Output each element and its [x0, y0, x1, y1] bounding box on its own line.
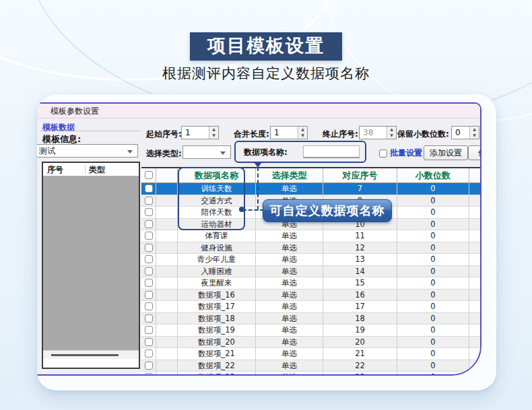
table-row[interactable]: 体育课单选110 [141, 230, 481, 242]
decimals-cell: 0 [397, 289, 469, 301]
select-type-label: 选择类型: [146, 148, 182, 160]
table-row[interactable]: 夜里醒来单选150 [141, 277, 481, 289]
row-checkbox[interactable] [145, 314, 153, 322]
group-label: 模板数据 [42, 122, 75, 133]
table-row[interactable]: 数据项_23单选230 [141, 372, 481, 376]
modify-button[interactable]: 修改 [468, 145, 481, 160]
header-separator [85, 164, 86, 174]
spinner-arrows-icon[interactable]: ▲▼ [298, 127, 307, 139]
decimal-places-stepper[interactable]: 0 ▲▼ [451, 126, 479, 139]
table-row[interactable]: 青少年儿童单选130 [141, 254, 481, 266]
table-row[interactable]: 健身设施单选120 [141, 242, 481, 254]
serial-cell: 12 [323, 242, 397, 254]
merge-length-label: 合并长度: [234, 129, 269, 140]
item-name-cell: 体育课 [178, 230, 256, 242]
end-serial-label: 终止序号: [323, 129, 358, 140]
row-checkbox[interactable] [145, 373, 153, 376]
table-row[interactable]: 数据项_20单选200 [141, 337, 481, 349]
clipped-cell [469, 219, 481, 230]
select-type-cell: 单选 [256, 242, 323, 254]
header-serial[interactable]: 对应序号 [323, 168, 397, 182]
item-name-cell: 健身设施 [178, 242, 256, 254]
table-row[interactable]: 训练天数单选70 [141, 183, 481, 195]
row-checkbox[interactable] [145, 362, 153, 370]
row-checkbox[interactable] [145, 338, 153, 346]
item-name-input[interactable] [303, 145, 360, 158]
row-handle-cell [156, 183, 178, 195]
template-item-list[interactable]: 序号 类型 [42, 162, 140, 369]
select-type-dropdown[interactable] [182, 145, 231, 159]
row-checkbox[interactable] [145, 302, 153, 310]
decimals-cell: 0 [397, 195, 469, 207]
decimals-cell: 0 [397, 183, 469, 195]
select-type-cell: 单选 [256, 183, 323, 195]
row-checkbox[interactable] [145, 291, 153, 299]
template-list-body[interactable] [43, 176, 139, 350]
item-name-cell: 数据项_22 [178, 360, 256, 372]
item-name-cell: 入睡困难 [178, 266, 256, 277]
batch-setting-checkbox[interactable]: 批量设置 [379, 147, 422, 159]
table-row[interactable]: 数据项_19单选190 [141, 324, 481, 337]
item-name-cell: 青少年儿童 [178, 254, 256, 265]
header-decimals[interactable]: 小数位数 [397, 168, 469, 182]
data-item-table: 数据项名称 选择类型 对应序号 小数位数 训练天数单选70交通方式单选80陪伴天… [141, 167, 481, 376]
clipped-cell [469, 337, 481, 348]
table-row[interactable]: 数据项_18单选180 [141, 313, 481, 325]
row-checkbox[interactable] [145, 244, 153, 252]
header-rowhandle-cell [156, 168, 178, 182]
row-checkbox[interactable] [145, 326, 153, 334]
start-serial-stepper[interactable]: 1 ▲▼ [181, 126, 219, 139]
batch-setting-label: 批量设置 [390, 147, 422, 159]
add-setting-button[interactable]: 添加设置 [424, 145, 468, 160]
clipped-cell [469, 289, 481, 301]
row-checkbox[interactable] [145, 220, 153, 228]
start-serial-value: 1 [182, 127, 209, 139]
serial-cell: 7 [323, 183, 397, 195]
decimals-cell: 0 [397, 313, 469, 324]
window-title: 模板参数设置 [51, 106, 99, 116]
spinner-arrows-icon[interactable]: ▲▼ [469, 127, 479, 139]
row-checkbox[interactable] [145, 267, 153, 275]
header-item-name[interactable]: 数据项名称 [178, 168, 256, 182]
spinner-arrows-icon[interactable]: ▲▼ [209, 127, 218, 139]
row-checkbox[interactable] [145, 184, 153, 193]
serial-cell: 22 [323, 360, 397, 372]
decimals-cell: 0 [397, 301, 469, 312]
table-row[interactable]: 入睡困难单选140 [141, 266, 481, 278]
header-select-type[interactable]: 选择类型 [256, 168, 323, 182]
page-title: 项目模板设置 [190, 32, 342, 61]
end-serial-value: 38 [360, 127, 387, 139]
clipped-cell [469, 301, 481, 312]
row-checkbox[interactable] [145, 349, 153, 357]
dashed-connector-vertical [257, 167, 259, 210]
serial-cell: 17 [323, 301, 397, 312]
decimals-cell: 0 [397, 337, 469, 348]
row-handle-cell [156, 195, 178, 207]
merge-length-stepper[interactable]: 1 ▲▼ [270, 126, 308, 139]
decimals-cell: 0 [397, 372, 469, 376]
table-row[interactable]: 数据项_17单选170 [141, 301, 481, 313]
select-type-cell: 单选 [256, 337, 323, 348]
table-row[interactable]: 数据项_16单选160 [141, 289, 481, 302]
serial-cell: 16 [323, 289, 397, 301]
row-checkbox[interactable] [145, 279, 153, 287]
row-handle-cell [156, 254, 178, 265]
decimals-cell: 0 [397, 348, 469, 360]
decimals-cell: 0 [397, 207, 469, 218]
template-select[interactable]: 测试 [37, 144, 138, 158]
row-checkbox[interactable] [145, 197, 153, 205]
item-name-cell: 数据项_21 [178, 348, 256, 360]
page-subtitle: 根据测评内容自定义数据项名称 [0, 64, 532, 83]
row-checkbox[interactable] [145, 208, 153, 216]
scrollbar-thumb[interactable] [51, 354, 119, 356]
select-type-cell: 单选 [256, 289, 323, 301]
select-all-checkbox[interactable] [145, 171, 153, 179]
row-checkbox[interactable] [145, 255, 153, 263]
table-row[interactable]: 数据项_22单选220 [141, 360, 481, 372]
select-type-cell: 单选 [256, 348, 323, 360]
row-checkbox[interactable] [145, 232, 153, 240]
horizontal-scrollbar[interactable] [43, 350, 139, 359]
table-row[interactable]: 数据项_21单选210 [141, 348, 481, 360]
decimals-cell: 0 [397, 360, 469, 372]
row-handle-cell [156, 324, 178, 336]
